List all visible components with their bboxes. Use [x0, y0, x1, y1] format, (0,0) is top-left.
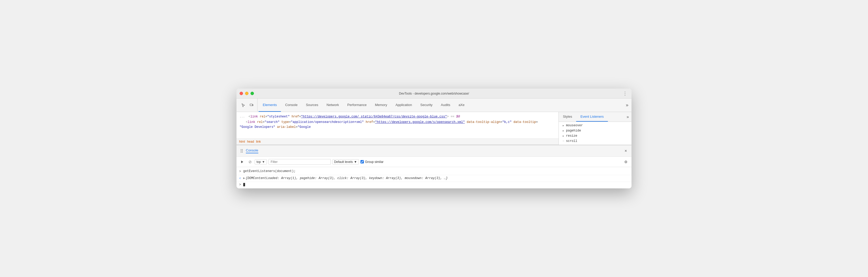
- tab-axe[interactable]: aXe: [454, 98, 469, 112]
- event-item-resize[interactable]: ▶ resize: [559, 133, 631, 138]
- breadcrumb-link[interactable]: link: [256, 140, 261, 144]
- elements-panel: ... <link rel="stylesheet" href="https:/…: [237, 112, 559, 145]
- dom-line-2: <link rel="search" type="application/ope…: [240, 120, 555, 130]
- top-panels: ... <link rel="stylesheet" href="https:/…: [237, 112, 631, 145]
- right-panel: Styles Event Listeners » ▶ mouseover ▶: [559, 112, 631, 145]
- expand-triangle-icon: ▶: [562, 129, 565, 132]
- panels-row: ... <link rel="stylesheet" href="https:/…: [237, 112, 631, 188]
- console-output-text: {DOMContentLoaded: Array(1), pagehide: A…: [246, 176, 448, 181]
- breadcrumb-head[interactable]: head: [247, 140, 254, 144]
- more-options-button[interactable]: ⋮: [622, 91, 628, 96]
- levels-selector[interactable]: Default levels ▼: [332, 159, 359, 164]
- drag-dots-icon: [241, 149, 243, 153]
- console-prompt: >: [239, 169, 241, 174]
- event-name: resize: [566, 134, 577, 138]
- console-close-button[interactable]: ×: [623, 148, 628, 154]
- left-column: ... <link rel="stylesheet" href="https:/…: [237, 112, 631, 188]
- context-arrow-icon: ▼: [262, 160, 265, 164]
- console-toolbar: ⊘ top ▼ Default levels ▼ Group simila: [237, 157, 631, 167]
- window-title: DevTools - developers.google.com/web/sho…: [399, 92, 469, 95]
- play-icon: [240, 160, 244, 164]
- title-bar-menu: ⋮: [622, 91, 628, 96]
- cursor-blink: [243, 183, 245, 186]
- context-selector[interactable]: top ▼: [255, 159, 267, 164]
- event-name: mouseover: [566, 124, 583, 127]
- levels-arrow-icon: ▼: [354, 160, 357, 164]
- console-entry-input: > getEventListeners(document);: [237, 168, 631, 175]
- dom-code: ... <link rel="stylesheet" href="https:/…: [237, 112, 558, 138]
- maximize-button[interactable]: [250, 92, 254, 95]
- device-toggle-button[interactable]: [248, 102, 255, 109]
- tab-audits[interactable]: Audits: [437, 98, 454, 112]
- toolbar: Elements Console Sources Network Perform…: [237, 98, 631, 112]
- console-output-prompt: <: [239, 176, 241, 181]
- expand-triangle-icon: ▶: [562, 124, 565, 127]
- svg-rect-1: [252, 104, 253, 106]
- dom-breadcrumb: html head link: [237, 138, 558, 145]
- console-new-prompt: >: [239, 183, 241, 187]
- tab-styles[interactable]: Styles: [559, 112, 576, 122]
- console-drawer: Console × ⊘ top ▼: [237, 145, 631, 188]
- tab-application[interactable]: Application: [392, 98, 416, 112]
- tab-console[interactable]: Console: [281, 98, 302, 112]
- clear-console-button[interactable]: [239, 159, 245, 165]
- cursor-icon: [241, 103, 245, 107]
- console-expand-arrow[interactable]: ▶: [243, 176, 245, 181]
- tab-event-listeners[interactable]: Event Listeners: [576, 112, 608, 122]
- event-item-scroll[interactable]: — scroll: [559, 138, 631, 144]
- ban-button[interactable]: ⊘: [247, 159, 253, 165]
- svg-rect-0: [250, 104, 252, 106]
- console-drawer-header: Console ×: [237, 145, 631, 157]
- tab-memory[interactable]: Memory: [371, 98, 392, 112]
- event-listeners-list: ▶ mouseover ▶ pagehide ▶ resize: [559, 122, 631, 145]
- event-name: scroll: [566, 139, 577, 143]
- console-cursor-line[interactable]: >: [237, 182, 631, 187]
- svg-marker-2: [241, 161, 243, 163]
- right-panel-tabs: Styles Event Listeners »: [559, 112, 631, 122]
- device-icon: [249, 103, 254, 107]
- tab-network[interactable]: Network: [322, 98, 343, 112]
- event-name: pagehide: [566, 129, 581, 132]
- element-picker-button[interactable]: [240, 102, 247, 109]
- group-similar-label[interactable]: Group similar: [365, 160, 383, 164]
- expand-triangle-icon: —: [562, 140, 565, 143]
- console-input-text: getEventListeners(document);: [243, 169, 296, 174]
- close-button[interactable]: [240, 92, 243, 95]
- console-output: > getEventListeners(document); < ▶ {DOMC…: [237, 167, 631, 188]
- console-drag-handle[interactable]: [240, 149, 244, 153]
- dom-line-ellipsis: ... <link rel="stylesheet" href="https:/…: [240, 114, 555, 120]
- console-drawer-title: Console: [246, 148, 258, 153]
- group-similar-control: Group similar: [361, 160, 383, 164]
- console-entry-output: < ▶ {DOMContentLoaded: Array(1), pagehid…: [237, 175, 631, 182]
- group-similar-checkbox[interactable]: [361, 160, 364, 163]
- minimize-button[interactable]: [245, 92, 248, 95]
- title-bar: DevTools - developers.google.com/web/sho…: [237, 89, 631, 98]
- event-item-mouseover[interactable]: ▶ mouseover: [559, 123, 631, 128]
- event-item-pagehide[interactable]: ▶ pagehide: [559, 128, 631, 133]
- levels-label: Default levels: [334, 160, 353, 164]
- context-label: top: [256, 160, 261, 164]
- expand-triangle-icon: ▶: [562, 134, 565, 137]
- tab-sources[interactable]: Sources: [302, 98, 322, 112]
- tab-performance[interactable]: Performance: [343, 98, 371, 112]
- console-settings-button[interactable]: ⚙: [623, 159, 629, 165]
- toolbar-overflow-button[interactable]: »: [624, 98, 630, 112]
- tab-elements[interactable]: Elements: [258, 98, 281, 112]
- traffic-lights: [240, 92, 254, 95]
- toolbar-spacer: [469, 98, 624, 112]
- breadcrumb-html[interactable]: html: [239, 140, 245, 144]
- tab-security[interactable]: Security: [416, 98, 437, 112]
- toolbar-icon-group: [238, 98, 257, 112]
- right-tab-overflow[interactable]: »: [624, 112, 631, 122]
- ellipsis-indicator[interactable]: ...: [240, 115, 245, 119]
- filter-input[interactable]: [269, 159, 331, 165]
